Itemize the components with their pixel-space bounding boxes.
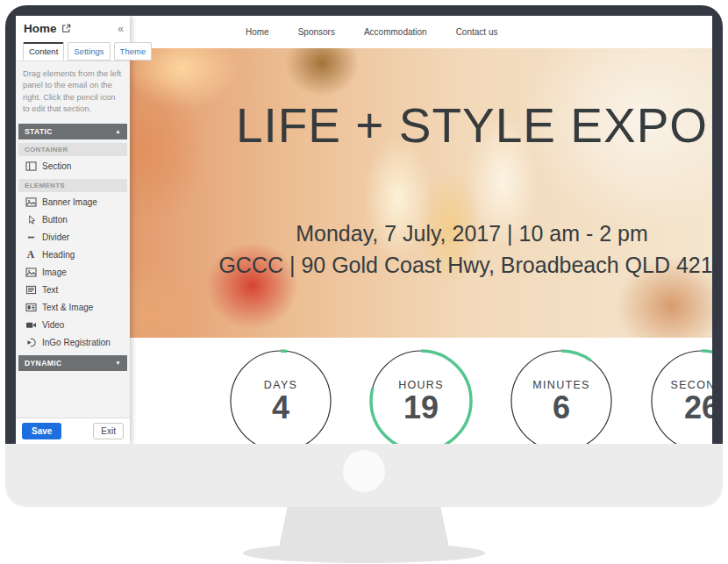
- container-group-label: CONTAINER: [18, 143, 127, 156]
- panel-item-text[interactable]: Text: [16, 282, 130, 299]
- countdown-circle-minutes: MINUTES6: [510, 349, 613, 444]
- panel-item-banner-image[interactable]: Banner Image: [16, 194, 130, 211]
- nav-list: HomeSponsorsAccommodationContact us: [246, 16, 497, 48]
- countdown-text: DAYS4: [229, 349, 332, 444]
- panel-item-ingo-registration[interactable]: InGo Registration: [16, 334, 130, 352]
- text-icon: [25, 285, 37, 296]
- panel-item-heading[interactable]: AHeading: [16, 246, 130, 264]
- item-label: Section: [42, 161, 71, 171]
- panel-item-text-image[interactable]: Text & Image: [16, 299, 130, 317]
- banner-image-icon: [25, 197, 37, 208]
- site-nav: HomeSponsorsAccommodationContact us: [130, 16, 712, 48]
- panel-header: Home «: [16, 16, 130, 39]
- text-image-icon: [25, 303, 37, 313]
- page: Home « ContentSettingsTheme Drag element…: [0, 0, 728, 564]
- tab-content[interactable]: Content: [23, 42, 64, 61]
- countdown-text: HOURS19: [369, 349, 473, 444]
- countdown-value: 4: [272, 391, 289, 425]
- nav-item-accommodation[interactable]: Accommodation: [364, 27, 427, 37]
- monitor-stand-base: [243, 543, 485, 563]
- instruction-text: Drag elements from the left panel to the…: [23, 68, 123, 116]
- chevron-up-icon: ▲: [115, 128, 121, 134]
- exit-button[interactable]: Exit: [93, 423, 124, 439]
- countdown-circle-seconds: SECONDS26: [650, 349, 712, 444]
- item-label: Text & Image: [42, 303, 93, 312]
- countdown-value: 26: [684, 391, 712, 425]
- static-label: STATIC: [25, 127, 53, 136]
- item-label: Image: [42, 268, 67, 277]
- page-title: Home: [24, 22, 57, 35]
- panel-item-image[interactable]: Image: [16, 264, 130, 282]
- panel-item-divider[interactable]: Divider: [16, 229, 130, 246]
- screen: Home « ContentSettingsTheme Drag element…: [16, 16, 712, 444]
- hero-text: LIFE + STYLE EXPO Monday, 7 July, 2017 |…: [130, 48, 712, 338]
- heading-icon: A: [25, 250, 37, 261]
- save-button[interactable]: Save: [22, 423, 61, 439]
- email-preview: HomeSponsorsAccommodationContact us LIFE…: [130, 16, 712, 444]
- tab-settings[interactable]: Settings: [68, 42, 110, 61]
- countdown-circle-days: DAYS4: [229, 349, 332, 444]
- countdown-section[interactable]: DAYS4HOURS19MINUTES6SECONDS26: [130, 338, 712, 444]
- section-icon: [25, 161, 37, 172]
- item-label: Text: [42, 285, 58, 295]
- hero-datetime: Monday, 7 July, 2017 | 10 am - 2 pm: [130, 221, 712, 246]
- item-label: Heading: [42, 250, 75, 260]
- panel-body: Drag elements from the left panel to the…: [16, 61, 130, 418]
- container-items: Section: [16, 158, 130, 175]
- chevron-down-icon: ▼: [115, 360, 121, 366]
- static-section-header[interactable]: STATIC ▲: [18, 124, 127, 139]
- video-icon: [25, 320, 37, 331]
- countdown-text: SECONDS26: [650, 349, 712, 444]
- countdown-value: 6: [553, 391, 570, 425]
- ingo-icon: [25, 338, 37, 348]
- nav-item-home[interactable]: Home: [246, 27, 269, 37]
- external-link-icon[interactable]: [61, 24, 71, 33]
- item-label: Banner Image: [42, 197, 97, 207]
- editor-panel: Home « ContentSettingsTheme Drag element…: [16, 16, 130, 444]
- elements-group-label: ELEMENTS: [18, 179, 127, 192]
- panel-item-section[interactable]: Section: [16, 158, 130, 175]
- nav-item-sponsors[interactable]: Sponsors: [298, 27, 335, 37]
- button-icon: [25, 215, 37, 225]
- item-label: Button: [42, 215, 68, 225]
- monitor-stand-neck: [279, 507, 449, 547]
- collapse-panel-icon[interactable]: «: [118, 24, 124, 34]
- monitor-home-button: [343, 450, 385, 492]
- countdown-text: MINUTES6: [510, 349, 613, 444]
- hero-location: GCCC | 90 Gold Coast Hwy, Broadbeach QLD…: [130, 253, 712, 278]
- item-label: InGo Registration: [42, 338, 111, 347]
- hero-banner-section[interactable]: LIFE + STYLE EXPO Monday, 7 July, 2017 |…: [130, 48, 712, 338]
- countdown-circle-hours: HOURS19: [369, 349, 473, 444]
- image-icon: [25, 268, 37, 278]
- divider-icon: [25, 232, 37, 243]
- panel-tabs: ContentSettingsTheme: [16, 39, 130, 61]
- tab-theme[interactable]: Theme: [114, 42, 153, 61]
- item-label: Divider: [42, 232, 69, 242]
- item-label: Video: [42, 320, 64, 330]
- dynamic-label: DYNAMIC: [25, 359, 61, 368]
- nav-item-contact-us[interactable]: Contact us: [456, 27, 498, 37]
- hero-title: LIFE + STYLE EXPO: [130, 97, 712, 153]
- dynamic-section-header[interactable]: DYNAMIC ▼: [18, 355, 127, 371]
- panel-item-button[interactable]: Button: [16, 211, 130, 229]
- panel-item-video[interactable]: Video: [16, 317, 130, 334]
- element-items: Banner ImageButtonDividerAHeadingImageTe…: [16, 194, 130, 352]
- panel-footer: Save Exit: [16, 418, 130, 444]
- countdown-value: 19: [403, 391, 439, 425]
